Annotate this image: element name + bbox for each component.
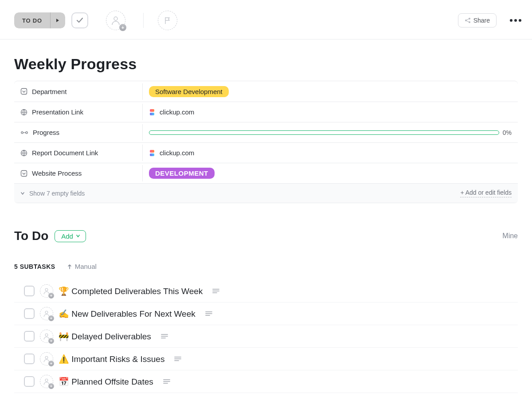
field-value[interactable]: clickup.com — [143, 105, 518, 119]
chevron-down-icon — [76, 234, 80, 238]
tag: DEVELOPMENT — [149, 168, 215, 179]
description-icon — [205, 311, 212, 316]
field-label: Presentation Link — [32, 108, 83, 116]
task-checkbox[interactable] — [24, 354, 35, 364]
task-title: ⚠️ Important Risks & Issues — [59, 354, 164, 364]
svg-point-0 — [114, 17, 117, 20]
subtask-count: 5 SUBTASKS — [14, 263, 55, 270]
task-emoji: 🚧 — [59, 332, 69, 341]
progress-bar[interactable] — [149, 130, 499, 135]
field-value[interactable]: Software Development — [143, 83, 518, 101]
more-actions-button[interactable] — [507, 16, 524, 24]
add-assignee-button[interactable]: + — [106, 11, 125, 30]
field-row[interactable]: Presentation Linkclickup.com — [14, 102, 518, 122]
svg-point-10 — [45, 288, 48, 291]
fields-footer: Show 7 empty fields+ Add or edit fields — [14, 183, 518, 203]
field-name: Presentation Link — [14, 104, 143, 120]
field-row[interactable]: Report Document Linkclickup.com — [14, 142, 518, 163]
mine-filter[interactable]: Mine — [502, 232, 518, 240]
field-name: Progress — [14, 124, 143, 141]
dropdown-icon — [20, 170, 27, 177]
subtasks-subheader: 5 SUBTASKS Manual — [14, 263, 518, 270]
assignee-add-button[interactable]: + — [40, 330, 53, 343]
assignee-add-button[interactable]: + — [40, 375, 53, 388]
description-icon — [163, 379, 170, 384]
field-row[interactable]: Progress0% — [14, 122, 518, 142]
svg-rect-4 — [21, 89, 27, 94]
svg-point-2 — [469, 18, 470, 20]
globe-icon — [20, 149, 27, 157]
assignee-add-button[interactable]: + — [40, 284, 53, 298]
field-label: Progress — [33, 129, 59, 136]
section-title: To Do — [14, 229, 48, 243]
task-checkbox[interactable] — [24, 376, 35, 387]
share-label: Share — [473, 17, 490, 24]
globe-icon — [20, 109, 27, 116]
custom-fields-table: DepartmentSoftware DevelopmentPresentati… — [14, 81, 518, 203]
field-value[interactable]: DEVELOPMENT — [143, 164, 518, 182]
task-title: 🚧 Delayed Deliverables — [59, 331, 151, 342]
task-row[interactable]: +✍️ New Deliverables For Next Week — [14, 303, 518, 325]
person-icon — [111, 16, 121, 25]
svg-rect-9 — [21, 170, 27, 176]
svg-point-3 — [469, 21, 470, 23]
progress-icon — [20, 130, 28, 136]
sort-mode-button[interactable]: Manual — [67, 263, 97, 270]
task-row[interactable]: +⚠️ Important Risks & Issues — [14, 348, 518, 370]
field-row[interactable]: Website ProcessDEVELOPMENT — [14, 163, 518, 183]
status-label: TO DO — [14, 12, 50, 28]
separator — [143, 13, 144, 28]
set-priority-button[interactable] — [158, 11, 177, 30]
subtasks-list: +🏆 Completed Deliverables This Week+✍️ N… — [14, 280, 518, 393]
field-label: Report Document Link — [32, 149, 98, 157]
task-emoji: ⚠️ — [59, 354, 69, 364]
field-name: Department — [14, 83, 143, 100]
field-label: Department — [32, 88, 66, 95]
field-value[interactable]: 0% — [143, 126, 518, 140]
progress-percent: 0% — [503, 129, 512, 136]
assignee-add-button[interactable]: + — [40, 307, 53, 320]
show-empty-fields[interactable]: Show 7 empty fields — [29, 190, 85, 197]
share-button[interactable]: Share — [458, 13, 497, 28]
flag-icon — [163, 16, 172, 25]
checkmark-icon — [76, 16, 84, 24]
description-icon — [174, 356, 181, 362]
field-label: Website Process — [32, 169, 82, 177]
link-text: clickup.com — [160, 149, 194, 157]
add-subtask-button[interactable]: Add — [55, 230, 86, 242]
svg-point-7 — [26, 131, 27, 133]
plus-icon: + — [48, 293, 54, 299]
plus-icon: + — [48, 361, 54, 366]
field-row[interactable]: DepartmentSoftware Development — [14, 81, 518, 102]
plus-icon: + — [48, 383, 54, 389]
link-text: clickup.com — [160, 108, 194, 116]
field-name: Report Document Link — [14, 145, 143, 161]
task-row[interactable]: +🏆 Completed Deliverables This Week — [14, 280, 518, 303]
task-emoji: ✍️ — [59, 309, 69, 318]
svg-point-14 — [45, 379, 48, 381]
assignee-add-button[interactable]: + — [40, 352, 53, 366]
svg-point-11 — [45, 311, 48, 314]
task-checkbox[interactable] — [24, 331, 35, 342]
plus-icon: + — [119, 24, 126, 31]
task-title: 📅 Planned Offsite Dates — [59, 377, 153, 387]
sort-label: Manual — [75, 263, 97, 270]
top-toolbar: TO DO + Share — [0, 0, 532, 39]
status-next-button[interactable] — [50, 12, 65, 28]
plus-icon: + — [48, 315, 54, 321]
mark-complete-button[interactable] — [71, 12, 88, 28]
play-icon — [55, 18, 60, 23]
field-value[interactable]: clickup.com — [143, 145, 518, 160]
task-title: 🏆 Completed Deliverables This Week — [59, 286, 203, 296]
add-edit-fields[interactable]: + Add or edit fields — [460, 189, 512, 197]
task-emoji: 📅 — [59, 377, 69, 386]
task-checkbox[interactable] — [24, 308, 35, 319]
task-row[interactable]: +📅 Planned Offsite Dates — [14, 370, 518, 393]
page-title: Weekly Progress — [14, 55, 518, 73]
task-checkbox[interactable] — [24, 286, 35, 296]
chevron-down-icon — [20, 191, 25, 196]
svg-point-13 — [45, 356, 48, 359]
task-row[interactable]: +🚧 Delayed Deliverables — [14, 325, 518, 348]
clickup-icon — [149, 149, 156, 157]
status-dropdown[interactable]: TO DO — [14, 12, 65, 28]
